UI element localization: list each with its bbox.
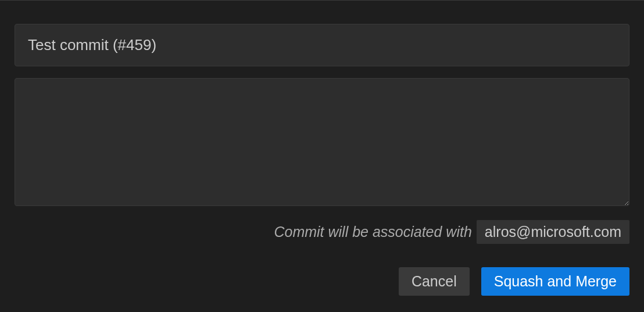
commit-author-email-select[interactable]: alros@microsoft.com [477, 220, 629, 244]
action-button-row: Cancel Squash and Merge [15, 267, 629, 296]
commit-title-input[interactable] [15, 24, 629, 66]
commit-association-label: Commit will be associated with [274, 224, 471, 240]
commit-description-input[interactable] [15, 78, 629, 206]
squash-and-merge-button[interactable]: Squash and Merge [481, 267, 629, 296]
commit-association-row: Commit will be associated with alros@mic… [15, 220, 629, 244]
cancel-button[interactable]: Cancel [399, 267, 470, 296]
merge-confirm-panel: Commit will be associated with alros@mic… [0, 1, 644, 307]
